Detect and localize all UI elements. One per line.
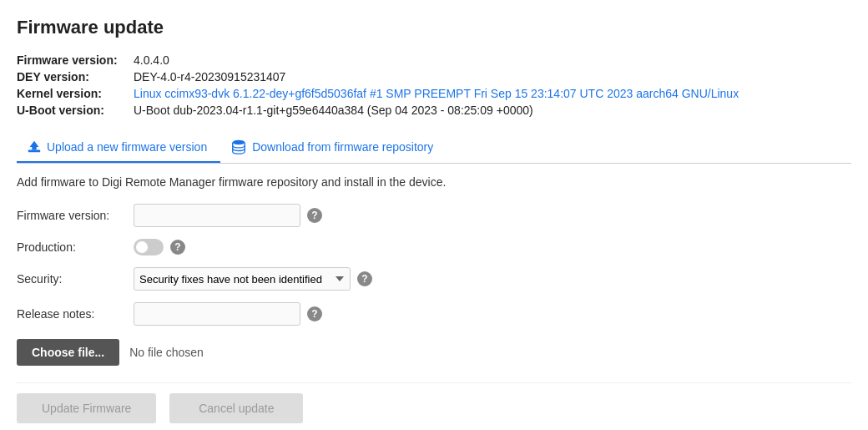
security-label: Security: — [17, 272, 134, 286]
no-file-label: No file chosen — [129, 346, 204, 359]
release-notes-help-icon: ? — [307, 306, 322, 321]
security-help-icon: ? — [357, 271, 372, 286]
firmware-version-help-icon: ? — [307, 208, 322, 223]
dey-version-label: DEY version: — [17, 70, 134, 83]
form-description: Add firmware to Digi Remote Manager firm… — [17, 175, 851, 189]
firmware-version-label: Firmware version: — [17, 53, 134, 67]
tab-download[interactable]: Download from firmware repository — [220, 132, 447, 164]
kernel-version-label: Kernel version: — [17, 87, 134, 100]
release-notes-input[interactable] — [134, 302, 300, 326]
release-notes-control-wrap: ? — [134, 302, 322, 326]
svg-rect-0 — [28, 150, 40, 153]
tab-upload[interactable]: Upload a new firmware version — [17, 133, 220, 163]
firmware-info-table: Firmware version: 4.0.4.0 DEY version: D… — [17, 53, 851, 117]
action-buttons-row: Update Firmware Cancel update — [17, 382, 851, 423]
cancel-update-button[interactable]: Cancel update — [169, 393, 303, 423]
tab-download-label: Download from firmware repository — [252, 140, 433, 154]
dey-version-row: DEY version: DEY-4.0-r4-20230915231407 — [17, 70, 851, 83]
svg-point-2 — [233, 140, 245, 144]
production-slider — [134, 239, 164, 255]
firmware-version-value: 4.0.4.0 — [134, 53, 169, 67]
uboot-version-value: U-Boot dub-2023.04-r1.1-git+g59e6440a384… — [134, 104, 533, 117]
security-field-row: Security: Security fixes have not been i… — [17, 267, 851, 291]
svg-marker-1 — [30, 141, 39, 150]
security-select[interactable]: Security fixes have not been identified … — [134, 267, 351, 291]
database-icon — [230, 139, 247, 155]
page-title: Firmware update — [17, 17, 851, 38]
file-chooser-row: Choose file... No file chosen — [17, 339, 851, 366]
update-firmware-button[interactable]: Update Firmware — [17, 393, 156, 423]
tab-upload-label: Upload a new firmware version — [47, 140, 207, 154]
firmware-version-control-wrap: ? — [134, 204, 322, 227]
tabs-row: Upload a new firmware version Download f… — [17, 132, 851, 164]
choose-file-button[interactable]: Choose file... — [17, 339, 119, 366]
release-notes-label: Release notes: — [17, 307, 134, 321]
kernel-version-row: Kernel version: Linux ccimx93-dvk 6.1.22… — [17, 87, 851, 100]
production-toggle[interactable] — [134, 239, 164, 255]
security-control-wrap: Security fixes have not been identified … — [134, 267, 372, 291]
production-field-row: Production: ? — [17, 239, 851, 255]
firmware-version-field-label: Firmware version: — [17, 209, 134, 222]
firmware-version-input[interactable] — [134, 204, 300, 227]
upload-icon — [27, 139, 42, 154]
production-help-icon: ? — [170, 240, 185, 255]
uboot-version-row: U-Boot version: U-Boot dub-2023.04-r1.1-… — [17, 104, 851, 117]
release-notes-field-row: Release notes: ? — [17, 302, 851, 326]
production-control-wrap: ? — [134, 239, 185, 255]
firmware-version-row: Firmware version: 4.0.4.0 — [17, 53, 851, 67]
kernel-version-value: Linux ccimx93-dvk 6.1.22-dey+gf6f5d5036f… — [134, 87, 739, 100]
production-label: Production: — [17, 240, 134, 254]
dey-version-value: DEY-4.0-r4-20230915231407 — [134, 70, 285, 83]
firmware-version-field-row: Firmware version: ? — [17, 204, 851, 227]
uboot-version-label: U-Boot version: — [17, 104, 134, 117]
firmware-form: Firmware version: ? Production: ? Securi… — [17, 204, 851, 326]
